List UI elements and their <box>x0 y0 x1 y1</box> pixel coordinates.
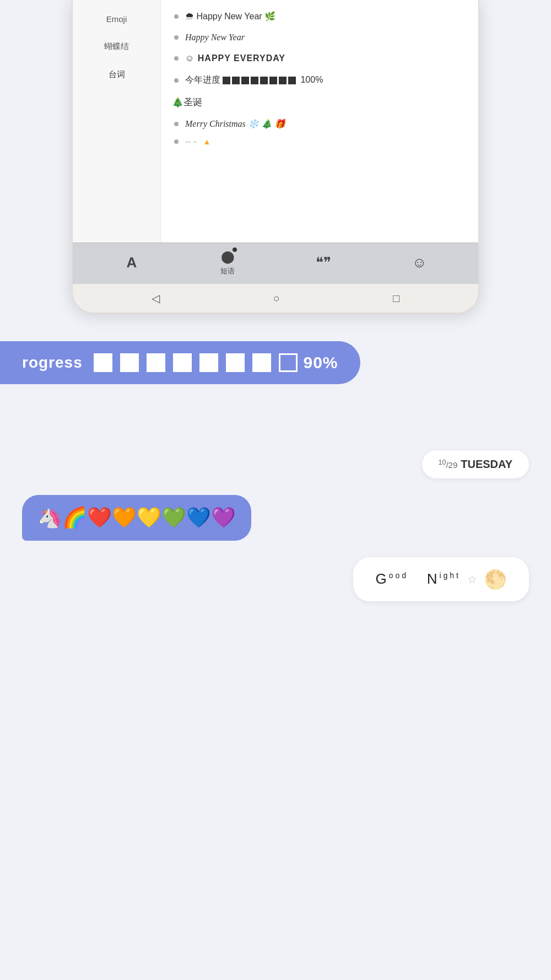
bullet-icon <box>174 14 179 19</box>
badge-dot <box>233 247 237 252</box>
date-superscript: 10/29 <box>439 459 458 470</box>
toolbar-font-button[interactable]: A <box>115 254 148 271</box>
list-item-newyear-1[interactable]: 🌨 Happy New Year 🌿 <box>172 6 467 27</box>
date-day-name: TUESDAY <box>461 458 512 471</box>
progress-label: rogress <box>22 354 88 371</box>
pb-block-2 <box>120 353 139 372</box>
list-item-progress[interactable]: 今年进度 100% <box>172 69 467 91</box>
content-list: 🌨 Happy New Year 🌿 Happy New Year ☺ HAPP… <box>161 0 478 243</box>
bullet-icon <box>174 78 179 83</box>
bullet-icon <box>174 56 179 61</box>
date-numerator: 10 <box>439 459 446 466</box>
section-header-christmas: 🎄圣诞 <box>172 91 467 113</box>
font-icon: A <box>127 254 137 271</box>
list-item-christmas-1[interactable]: Merry Christmas ❄️ 🎄 🎁 <box>172 113 467 134</box>
goodnight-bubble: Good Night ☆ 🌕 <box>353 557 529 601</box>
block-5 <box>260 77 268 84</box>
item-text-newyear-1: 🌨 Happy New Year 🌿 <box>185 11 276 21</box>
n-superscript: ight <box>439 572 461 580</box>
block-3 <box>241 77 249 84</box>
moon-icon: 🌕 <box>484 568 507 590</box>
emoji-text: 🦄🌈❤️🧡💛💚💙💜 <box>37 506 236 529</box>
scroll-up-icon: ▲ <box>203 137 210 146</box>
pb-block-empty <box>279 353 298 372</box>
christmas-header-text: 🎄圣诞 <box>172 96 202 109</box>
toolbar-phrases-label: 短语 <box>220 266 235 276</box>
pb-block-5 <box>199 353 218 372</box>
block-4 <box>251 77 258 84</box>
block-7 <box>279 77 287 84</box>
sidebar-item-emoji[interactable]: Emoji <box>73 6 160 33</box>
quote-icon: ❝❞ <box>316 254 331 271</box>
item-text-progress: 今年进度 100% <box>185 74 323 86</box>
block-6 <box>269 77 277 84</box>
partial-text: -- - <box>185 137 196 147</box>
main-content: rogress 90% 10/29 TUESDAY 🦄🌈❤️🧡💛💚💙💜 <box>0 314 551 601</box>
date-denominator: 29 <box>449 460 458 470</box>
bullet-icon <box>174 35 179 40</box>
bullet-icon <box>174 139 179 144</box>
emoji-bubble: 🦄🌈❤️🧡💛💚💙💜 <box>22 495 251 541</box>
progress-percent: 90% <box>304 353 338 372</box>
recent-nav-icon[interactable]: □ <box>393 292 399 305</box>
item-text-christmas-1: Merry Christmas ❄️ 🎄 🎁 <box>185 119 285 129</box>
item-text-newyear-3: ☺ HAPPY EVERYDAY <box>185 53 285 63</box>
phone-mockup: Emoji 蝴蝶结 台词 🌨 Happy New Year 🌿 Happy Ne… <box>72 0 479 314</box>
list-item-newyear-2[interactable]: Happy New Year <box>172 27 467 48</box>
home-nav-icon[interactable]: ○ <box>273 292 279 305</box>
pb-block-3 <box>147 353 165 372</box>
pb-block-1 <box>94 353 112 372</box>
back-nav-icon[interactable]: ◁ <box>152 292 160 305</box>
sidebar-item-bowtie[interactable]: 蝴蝶结 <box>73 33 160 61</box>
progress-bar-inline <box>223 77 296 84</box>
partial-item: -- - ▲ <box>172 134 467 149</box>
goodnight-text: Good Night <box>375 570 461 588</box>
chat-area: 10/29 TUESDAY 🦄🌈❤️🧡💛💚💙💜 Good Night ☆ 🌕 <box>0 450 551 601</box>
progress-bubble-container: rogress 90% <box>0 341 551 417</box>
smiley-icon: ☺ <box>412 254 427 271</box>
keyboard-area: Emoji 蝴蝶结 台词 🌨 Happy New Year 🌿 Happy Ne… <box>73 0 478 243</box>
pb-block-6 <box>226 353 245 372</box>
toolbar-quote-button[interactable]: ❝❞ <box>307 254 340 271</box>
nav-bar: ◁ ○ □ <box>73 284 478 313</box>
keyboard-toolbar: A ⬤ 短语 ❝❞ ☺ <box>73 243 478 284</box>
pb-block-4 <box>173 353 192 372</box>
star-icon: ☆ <box>467 573 477 586</box>
bullet-icon <box>174 122 179 126</box>
toolbar-phrases-button[interactable]: ⬤ 短语 <box>211 249 244 276</box>
block-1 <box>223 77 230 84</box>
sidebar: Emoji 蝴蝶结 台词 <box>73 0 161 243</box>
item-text-newyear-2: Happy New Year <box>185 33 245 42</box>
sidebar-item-lines[interactable]: 台词 <box>73 61 160 89</box>
pb-block-7 <box>252 353 271 372</box>
phone-section: Emoji 蝴蝶结 台词 🌨 Happy New Year 🌿 Happy Ne… <box>0 0 551 314</box>
block-8 <box>288 77 296 84</box>
list-item-newyear-3[interactable]: ☺ HAPPY EVERYDAY <box>172 48 467 69</box>
date-bubble: 10/29 TUESDAY <box>422 450 530 478</box>
phrases-icon: ⬤ <box>221 249 235 264</box>
progress-bubble: rogress 90% <box>0 341 360 384</box>
block-2 <box>232 77 240 84</box>
g-superscript: ood <box>389 572 408 580</box>
toolbar-emoji-button[interactable]: ☺ <box>403 254 436 271</box>
